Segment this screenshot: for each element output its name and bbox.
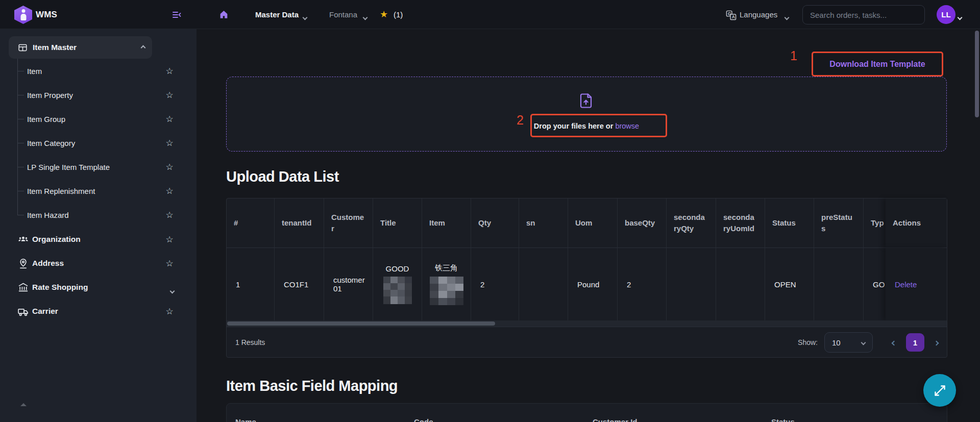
favorite-star-icon[interactable]: ☆ (163, 107, 176, 131)
col-header-uom: Uom (568, 198, 618, 247)
module-chevron-icon[interactable] (303, 12, 307, 21)
delete-link[interactable]: Delete (895, 280, 917, 289)
col-header-prestatus: preStatus (814, 198, 864, 247)
cell-uom: Pound (568, 248, 618, 320)
cell-sn (519, 248, 568, 320)
user-menu-chevron-icon[interactable] (958, 12, 962, 21)
languages-label[interactable]: Languages (740, 10, 777, 19)
cell-qty: 2 (471, 248, 519, 320)
item-basic-field-mapping-title: Item Basic Field Mapping (226, 378, 398, 394)
cell-customer: customer01 (324, 248, 373, 320)
chevron-up-icon[interactable] (141, 45, 146, 50)
sidebar-scroll-up-icon[interactable] (20, 403, 27, 406)
cell-item: 铁三角 (422, 248, 471, 320)
col-header-secondaryuomid: secondaryUomId (716, 198, 765, 247)
nav-module-label[interactable]: Master Data (255, 10, 299, 19)
favorite-star-icon[interactable]: ☆ (163, 252, 176, 276)
organization-icon (17, 234, 29, 245)
sidebar-item-lp-single-item-template[interactable]: LP Single Item Template ☆ (0, 155, 197, 179)
chevron-down-icon[interactable] (170, 286, 174, 295)
col-header-baseqty: baseQty (618, 198, 667, 247)
grid-icon (18, 43, 28, 53)
table-row: 1 CO1F1 customer01 GOOD 铁三角 (227, 248, 947, 320)
mapping-col-customer-id: Customer Id (593, 417, 638, 422)
cell-secondaryqty (667, 248, 716, 320)
col-header-item: Item (422, 198, 471, 247)
sidebar-item-organization[interactable]: Organization ☆ (0, 228, 197, 252)
col-header-secondaryqty: secondaryQty (667, 198, 716, 247)
download-item-template-button[interactable]: Download Item Template (813, 53, 942, 75)
cell-index: 1 (227, 248, 275, 320)
sidebar-item-item-group[interactable]: Item Group ☆ (0, 107, 197, 131)
next-page-button[interactable] (935, 338, 938, 347)
sidebar-item-carrier[interactable]: Carrier ☆ (0, 300, 197, 324)
favorite-star-icon[interactable]: ☆ (163, 203, 176, 227)
cell-tenantid: CO1F1 (275, 248, 324, 320)
sidebar-collapse-icon[interactable] (172, 10, 182, 20)
table-horizontal-scrollbar[interactable] (227, 320, 947, 327)
sidebar-item-item-replenishment[interactable]: Item Replenishment ☆ (0, 179, 197, 203)
file-upload-icon (579, 93, 594, 109)
favorite-star-icon[interactable]: ☆ (163, 179, 176, 203)
sidebar-item-address[interactable]: Address ☆ (0, 252, 197, 276)
sidebar-item-item-hazard[interactable]: Item Hazard ☆ (0, 203, 197, 227)
favorite-star-icon[interactable]: ☆ (163, 228, 176, 252)
cell-secondaryuomid (716, 248, 765, 320)
favorite-star-icon[interactable]: ☆ (163, 155, 176, 179)
home-icon[interactable] (219, 10, 229, 19)
languages-chevron-icon[interactable] (785, 12, 789, 21)
page-scrollbar-thumb[interactable] (975, 31, 979, 117)
favorites-star-icon[interactable]: ★ (380, 9, 388, 20)
file-dropzone[interactable]: 2 Drop your files here or browse (226, 77, 947, 152)
annotation-box-1: Download Item Template (812, 52, 943, 77)
sidebar-item-item[interactable]: Item ☆ (0, 59, 197, 83)
wms-logo-icon (14, 6, 32, 24)
col-header-status: Status (765, 198, 814, 247)
table-header-row: # tenantId Customer Title Item Qty sn Uo… (227, 198, 947, 248)
favorite-star-icon[interactable]: ☆ (163, 59, 176, 83)
redacted-pixelation (430, 277, 463, 305)
user-avatar[interactable]: LL (937, 5, 955, 24)
cell-baseqty: 2 (618, 248, 667, 320)
favorite-star-icon[interactable]: ☆ (163, 131, 176, 155)
topbar: WMS Master Data Fontana ★ (1) G A Langua… (0, 0, 980, 29)
col-header-customer: Customer (324, 198, 373, 247)
page-size-select[interactable]: 10 (824, 332, 873, 353)
col-header-type-truncated: Typ (864, 198, 886, 247)
cell-prestatus (814, 248, 864, 320)
expand-fullscreen-button[interactable] (923, 374, 956, 407)
cell-type-truncated: GO (864, 248, 886, 320)
main-content: 1 Download Item Template 2 Drop your fil… (197, 29, 980, 422)
address-pin-icon (17, 258, 29, 269)
redacted-pixelation (383, 277, 412, 304)
annotation-step-2: 2 (517, 113, 524, 128)
svg-text:A: A (732, 14, 735, 19)
col-header-actions: Actions (886, 198, 947, 247)
show-label: Show: (798, 338, 818, 346)
carrier-truck-icon (17, 306, 29, 317)
search-input[interactable] (803, 6, 924, 24)
expand-arrows-icon (933, 384, 947, 398)
col-header-sn: sn (519, 198, 568, 247)
upload-data-table: # tenantId Customer Title Item Qty sn Uo… (226, 198, 947, 358)
sidebar-item-rate-shopping[interactable]: Rate Shopping (0, 276, 197, 300)
sidebar-item-item-category[interactable]: Item Category ☆ (0, 131, 197, 155)
chevron-down-icon (861, 340, 866, 345)
sidebar-item-item-property[interactable]: Item Property ☆ (0, 83, 197, 107)
col-header-qty: Qty (471, 198, 519, 247)
favorite-star-icon[interactable]: ☆ (163, 83, 176, 107)
favorite-star-icon[interactable]: ☆ (163, 300, 176, 324)
global-search[interactable] (802, 5, 925, 24)
page-1-button[interactable]: 1 (906, 333, 924, 352)
sidebar-item-item-master[interactable]: Item Master (9, 36, 152, 59)
scrollbar-thumb[interactable] (227, 321, 495, 326)
mapping-col-status: Status (771, 417, 795, 422)
translate-icon[interactable]: G A (726, 10, 737, 20)
prev-page-button[interactable] (892, 338, 896, 347)
mapping-col-name: Name (235, 417, 256, 422)
nav-facility-label[interactable]: Fontana (329, 10, 357, 19)
sidebar: Item Master Item ☆ Item Property ☆ Item … (0, 29, 197, 422)
cell-title: GOOD (373, 248, 422, 320)
favorites-count: (1) (394, 10, 403, 19)
facility-chevron-icon[interactable] (363, 12, 367, 21)
